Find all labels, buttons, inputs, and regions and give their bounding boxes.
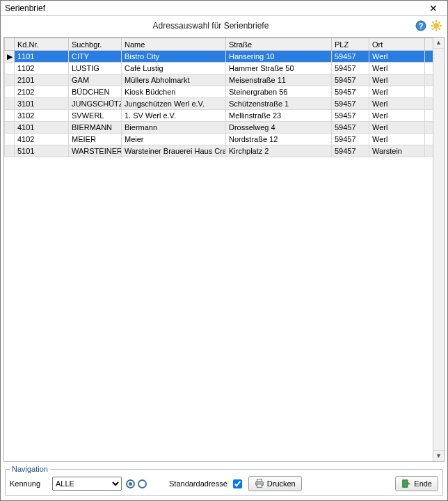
- cell-strasse: Meisenstraße 11: [226, 74, 332, 86]
- standardadresse-checkbox[interactable]: [233, 479, 242, 488]
- help-icon[interactable]: ?: [415, 20, 426, 31]
- cell-name: Meier: [122, 134, 226, 145]
- cell-suchbgr: SVWERL: [69, 110, 122, 122]
- col-ort[interactable]: Ort: [369, 38, 425, 51]
- cell-suchbgr: BÜDCHEN: [69, 86, 122, 98]
- table-row[interactable]: 2101GAMMüllers AbholmarktMeisenstraße 11…: [5, 74, 433, 86]
- cell-name: Bistro City: [122, 51, 226, 63]
- table-row[interactable]: 3102SVWERL1. SV Werl e.V.Mellinstraße 23…: [5, 110, 433, 122]
- cell-ort: Werl: [369, 98, 425, 110]
- table-row[interactable]: 3101JUNGSCHÜTZJungschützen Werl e.V.Schü…: [5, 98, 433, 110]
- cell-ort: Werl: [369, 63, 425, 74]
- address-table-container: Kd.Nr. Suchbgr. Name Straße PLZ Ort ▶110…: [3, 37, 445, 462]
- kennung-select[interactable]: ALLE: [52, 477, 122, 491]
- cell-ort: Werl: [369, 86, 425, 98]
- exit-icon: [401, 479, 411, 488]
- cell-plz: 59457: [332, 98, 369, 110]
- drucken-button[interactable]: Drucken: [248, 476, 302, 491]
- col-strasse[interactable]: Straße: [226, 38, 332, 51]
- svg-text:?: ?: [419, 22, 424, 30]
- svg-line-9: [432, 29, 433, 30]
- cell-suchbgr: BIERMANN: [69, 122, 122, 134]
- cell-plz: 59457: [332, 122, 369, 134]
- cell-ort: Werl: [369, 51, 425, 63]
- table-row[interactable]: 2102BÜDCHENKiosk BüdchenSteinergraben 56…: [5, 86, 433, 98]
- scroll-track[interactable]: [433, 49, 444, 450]
- svg-line-7: [432, 22, 433, 23]
- cell-name: Biermann: [122, 122, 226, 134]
- scroll-down-icon[interactable]: ▼: [433, 450, 444, 461]
- cell-tail: [425, 122, 433, 134]
- row-marker: [5, 134, 15, 145]
- cell-name: Warsteiner Brauerei Haus Cram: [122, 145, 226, 157]
- cell-plz: 59457: [332, 110, 369, 122]
- titlebar: Serienbrief ✕: [1, 1, 447, 16]
- cell-suchbgr: GAM: [69, 74, 122, 86]
- table-row[interactable]: ▶1101CITYBistro CityHansering 1059457Wer…: [5, 51, 433, 63]
- svg-rect-14: [403, 480, 408, 488]
- dialog-window: Serienbrief ✕ Adressauswahl für Serienbr…: [0, 0, 448, 501]
- cell-tail: [425, 63, 433, 74]
- cell-suchbgr: CITY: [69, 51, 122, 63]
- row-marker: [5, 63, 15, 74]
- cell-plz: 59457: [332, 63, 369, 74]
- window-title: Serienbrief: [5, 3, 421, 13]
- scroll-up-icon[interactable]: ▲: [433, 38, 444, 49]
- cell-kdnr: 3102: [15, 110, 69, 122]
- cell-ort: Werl: [369, 110, 425, 122]
- cell-tail: [425, 74, 433, 86]
- navigation-legend: Navigation: [10, 465, 50, 473]
- radio-option-2[interactable]: [138, 479, 147, 488]
- cell-name: Müllers Abholmarkt: [122, 74, 226, 86]
- row-marker: [5, 110, 15, 122]
- cell-kdnr: 5101: [15, 145, 69, 157]
- svg-line-8: [439, 29, 440, 30]
- cell-suchbgr: WARSTEINER: [69, 145, 122, 157]
- cell-ort: Werl: [369, 122, 425, 134]
- cell-strasse: Hammer Straße 50: [226, 63, 332, 74]
- cell-name: Jungschützen Werl e.V.: [122, 98, 226, 110]
- cell-kdnr: 4102: [15, 134, 69, 145]
- col-suchbgr[interactable]: Suchbgr.: [69, 38, 122, 51]
- svg-rect-11: [257, 479, 262, 482]
- col-plz[interactable]: PLZ: [332, 38, 369, 51]
- svg-rect-13: [257, 484, 262, 487]
- row-marker: [5, 145, 15, 157]
- row-marker: [5, 98, 15, 110]
- table-header-row: Kd.Nr. Suchbgr. Name Straße PLZ Ort: [5, 38, 433, 51]
- col-name[interactable]: Name: [122, 38, 226, 51]
- vertical-scrollbar[interactable]: ▲ ▼: [433, 38, 444, 461]
- table-row[interactable]: 1102LUSTIGCafé LustigHammer Straße 50594…: [5, 63, 433, 74]
- cell-tail: [425, 51, 433, 63]
- cell-tail: [425, 86, 433, 98]
- ende-button[interactable]: Ende: [395, 476, 438, 491]
- subtitle-row: Adressauswahl für Serienbriefe ?: [1, 16, 447, 35]
- cell-strasse: Nordstraße 12: [226, 134, 332, 145]
- col-kdnr[interactable]: Kd.Nr.: [15, 38, 69, 51]
- kennung-label: Kennung: [10, 479, 48, 488]
- subtitle: Adressauswahl für Serienbriefe: [6, 21, 415, 31]
- table-row[interactable]: 4102MEIERMeierNordstraße 1259457Werl: [5, 134, 433, 145]
- table-row[interactable]: 5101WARSTEINERWarsteiner Brauerei Haus C…: [5, 145, 433, 157]
- cell-strasse: Hansering 10: [226, 51, 332, 63]
- cell-kdnr: 2101: [15, 74, 69, 86]
- standardadresse-label[interactable]: Standardadresse: [169, 477, 244, 491]
- cell-kdnr: 3101: [15, 98, 69, 110]
- table-row[interactable]: 4101BIERMANNBiermannDrosselweg 459457Wer…: [5, 122, 433, 134]
- cell-kdnr: 1102: [15, 63, 69, 74]
- radio-option-1[interactable]: [126, 479, 135, 488]
- cell-suchbgr: LUSTIG: [69, 63, 122, 74]
- cell-plz: 59457: [332, 51, 369, 63]
- cell-plz: 59457: [332, 134, 369, 145]
- sun-icon[interactable]: [431, 20, 442, 31]
- col-marker[interactable]: [5, 38, 15, 51]
- cell-ort: Warstein: [369, 145, 425, 157]
- row-marker: [5, 74, 15, 86]
- row-marker: [5, 86, 15, 98]
- svg-point-2: [433, 23, 439, 29]
- address-table[interactable]: Kd.Nr. Suchbgr. Name Straße PLZ Ort ▶110…: [4, 38, 433, 157]
- close-button[interactable]: ✕: [421, 1, 446, 15]
- svg-line-10: [439, 22, 440, 23]
- cell-strasse: Schützenstraße 1: [226, 98, 332, 110]
- row-marker: [5, 122, 15, 134]
